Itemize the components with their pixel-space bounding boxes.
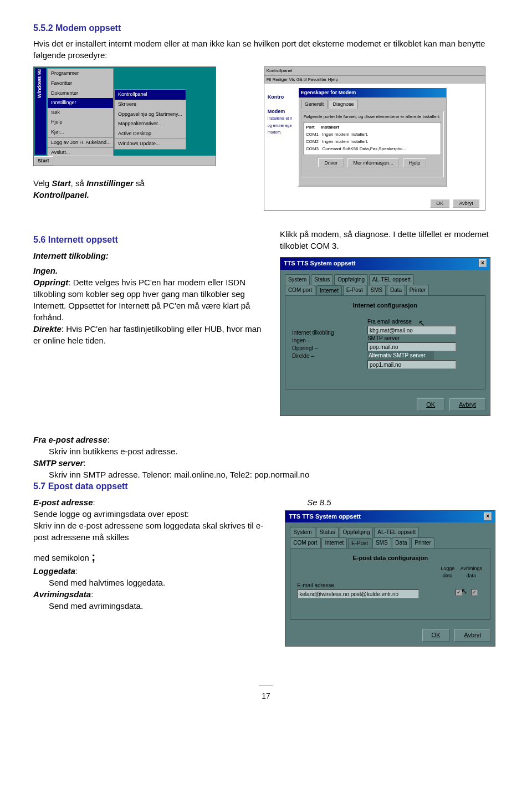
- tts-tab: Data: [387, 285, 405, 295]
- cp-row: COM1 Ingen modem installert.: [305, 131, 439, 138]
- sm-item: Programmer: [48, 69, 113, 79]
- sm-item: Dokumenter: [48, 89, 113, 99]
- sm-item: Favoritter: [48, 79, 113, 89]
- p1: Sende logge og avrimingsdata over epost:: [33, 508, 268, 520]
- tts-lbl-from: Fra email adresse: [367, 318, 434, 326]
- tts-tab: System: [290, 527, 315, 537]
- tts-tab: Printer: [406, 285, 429, 295]
- tts-ok-button: OK: [417, 398, 444, 411]
- start-button: Start: [34, 156, 53, 166]
- heading-56: 5.6 Internett oppsett: [33, 234, 263, 246]
- tts-ok-button: OK: [422, 629, 450, 642]
- subhead-56: Internett tilkobling:: [33, 250, 263, 262]
- tts-lbl-avrdata: Avrimings data: [460, 565, 482, 579]
- cp-btn-help: Hjelp: [403, 158, 427, 168]
- tts-cancel-button: Avbryt: [449, 398, 485, 411]
- tts2-title: TTS TTS System oppsett: [289, 512, 361, 521]
- avrimings-block: Avrimingsdata: Send med avrimingsdata.: [33, 588, 268, 612]
- cp-side-title: Kontro: [268, 94, 284, 100]
- tts-opt-oppringt: Oppringt –: [292, 345, 334, 352]
- screenshot-tts-internet: TTS TTS System oppsett × System Status O…: [280, 257, 490, 416]
- startmenu-sidebar: Windows 98: [35, 68, 44, 99]
- cp-row: COM2 Ingen modem installert.: [305, 138, 439, 145]
- heading-57: 5.7 Epost data oppsett: [33, 480, 499, 493]
- tts-tab: SMS: [367, 285, 386, 295]
- cp-title: Kontrollpanel: [264, 67, 485, 76]
- sm-item: Hjelp: [48, 117, 113, 127]
- tts-tab: COM port: [285, 285, 315, 295]
- smtp-block: SMTP server: Skriv inn SMTP adresse. Tel…: [33, 457, 499, 480]
- tts-lbl-email: E-mail adresse: [297, 582, 334, 589]
- tts-tab: AL-TEL oppsett: [369, 274, 414, 285]
- tts-opt-direkte: Direkte –: [292, 352, 334, 360]
- cp-menu: Fil Rediger Vis Gå til Favoritter Hjelp: [264, 76, 485, 84]
- sm-item-selected: Innstillinger: [48, 98, 113, 108]
- tts-lbl-altsmtp: Alternativ SMTP server: [367, 351, 434, 360]
- sm-item: Kjør...: [48, 127, 113, 137]
- sm-sub-item: Mappealternativer...: [115, 119, 186, 129]
- see-85: Se 8.5: [307, 496, 499, 508]
- tts-tab: E-Post: [343, 285, 366, 295]
- cp-dialog: Egenskaper for Modem Generelt Diagnose F…: [298, 87, 447, 187]
- tts-input-altsmtp: pop1.mail.no: [367, 360, 456, 369]
- cp-cancel-button: Avbryt: [453, 199, 479, 208]
- cp-tab-diagnose: Diagnose: [329, 100, 357, 109]
- loggedata-block: Loggedata: Send med halvtimes loggedata.: [33, 565, 268, 588]
- tts-tab: Printer: [411, 537, 434, 548]
- tts-opt-ingen: Ingen –: [292, 337, 334, 345]
- tts-tab: Status: [316, 527, 338, 537]
- sm-sub-item: Oppgavelinje og Startmeny...: [115, 110, 186, 120]
- tts-input-email: keland@wireless.no;post@kulde.entr.no: [297, 589, 419, 598]
- close-icon: ×: [479, 259, 487, 267]
- sm-sub-item: Skrivere: [115, 100, 186, 110]
- tts-input-smtp: pop.mail.no: [367, 342, 456, 351]
- sm-item: Søk: [48, 108, 113, 118]
- screenshot-controlpanel: Kontrollpanel Fil Rediger Vis Gå til Fav…: [264, 66, 485, 211]
- epost-adresse-line: E-post adresse:: [33, 496, 268, 508]
- fra-epost-block: Fra e-post adresse: Skriv inn butikkens …: [33, 434, 499, 457]
- para-552: Hvis det er installert internt modem ell…: [33, 38, 499, 61]
- direkte-para: Direkte: Hvis PC'en har fastlinjetilkobl…: [33, 323, 263, 346]
- screenshot-startmenu: Windows 98 Programmer Favoritter Dokumen…: [33, 66, 216, 166]
- cp-info: Følgende porter ble funnet, og disse ele…: [304, 114, 441, 120]
- tts-lbl-loggedata: Logge data: [437, 565, 459, 579]
- velg-text: Velg Start, så Innstillinger så Kontroll…: [33, 177, 247, 201]
- sm-sub-item-selected: Kontrollpanel: [115, 90, 186, 100]
- tts1-panel-title: Internet configurasjon: [291, 301, 479, 310]
- tts1-title: TTS TTS System oppsett: [284, 259, 356, 268]
- p2: Skriv inn de e-post adressene som logged…: [33, 520, 268, 543]
- checkbox-avr: ✓: [471, 589, 478, 596]
- oppringt-para: Oppringt: Dette velges hvis PC'en har mo…: [33, 276, 263, 323]
- heading-552: 5.5.2 Modem oppsett: [33, 22, 499, 34]
- close-icon: ×: [484, 512, 492, 520]
- tts2-panel-title: E-post data configurasjon: [296, 554, 484, 562]
- cp-btn-moreinfo: Mer informasjon...: [347, 158, 399, 168]
- tts-tab: COM port: [290, 537, 320, 548]
- cp-tab-general: Generelt: [301, 100, 328, 109]
- tts-tab: Status: [311, 274, 333, 285]
- klikk-text: Klikk på modem, så diagnose. I dette til…: [280, 228, 499, 252]
- tts-tab: AL-TEL oppsett: [374, 527, 419, 537]
- tts-input-from: kbg.mat@mail.no: [367, 326, 456, 335]
- tts-tab: Oppfølging: [334, 274, 368, 285]
- cp-row: COM3 Conexant SoftK56 Data,Fax,Speakerph…: [305, 145, 439, 152]
- ingen-label: Ingen.: [33, 265, 263, 276]
- tts-tab: Data: [392, 537, 410, 548]
- tts-tab: SMS: [372, 537, 391, 548]
- sm-item: Logg av Jon H. Aukeland...: [48, 137, 113, 148]
- page-number: 17: [33, 680, 499, 701]
- tts-cancel-button: Avbryt: [454, 629, 490, 642]
- tts-tab-active: E-Post: [348, 538, 371, 548]
- sm-sub-item: Windows Update...: [115, 139, 186, 149]
- tts-tab: System: [285, 274, 310, 285]
- screenshot-tts-epost: TTS TTS System oppsett × System Status O…: [285, 510, 495, 647]
- tts-tab-active: Internet: [316, 285, 342, 296]
- cp-ok-button: OK: [430, 199, 449, 208]
- tts-tab: Oppfølging: [340, 527, 374, 537]
- tts-tab: Internet: [321, 537, 347, 548]
- sm-sub-item: Active Desktop: [115, 129, 186, 139]
- cp-btn-driver: Driver: [318, 158, 344, 168]
- cursor-icon: ↖: [461, 586, 468, 597]
- p3: med semikolon ;: [33, 548, 268, 566]
- cp-dialog-title: Egenskaper for Modem: [299, 88, 446, 98]
